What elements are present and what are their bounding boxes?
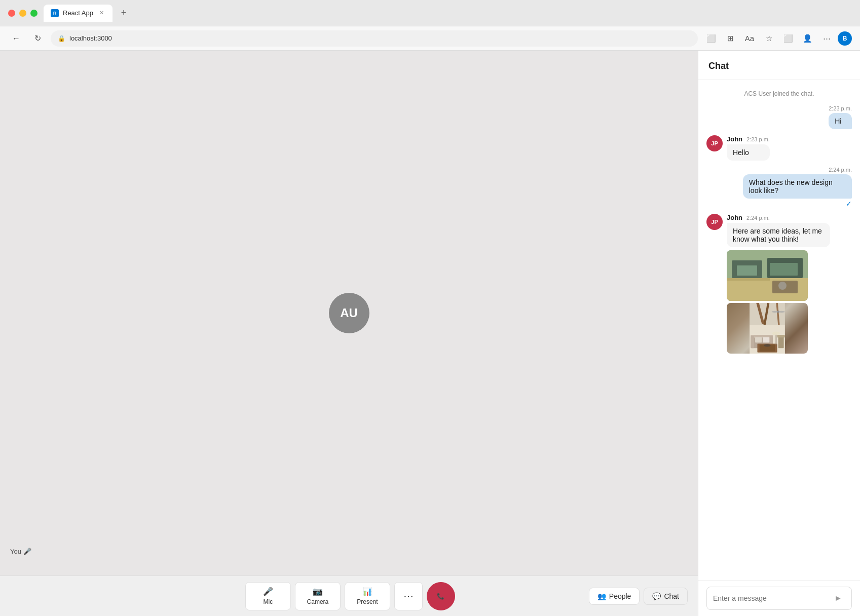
participant-avatar: AU <box>329 293 369 333</box>
user-profile-button[interactable]: B <box>838 31 852 46</box>
chat-header: Chat <box>698 51 860 80</box>
chat-input-wrapper: ► <box>706 587 852 610</box>
svg-rect-22 <box>755 337 762 342</box>
end-call-icon: 📞 <box>437 593 444 600</box>
end-call-button[interactable]: 📞 <box>427 582 455 610</box>
favorites-icon[interactable]: ☆ <box>761 30 777 47</box>
app-content: AU You 🎤 🎤 Mic 📷 Camera <box>0 51 860 616</box>
present-label: Present <box>357 598 378 605</box>
people-label: People <box>609 592 631 600</box>
message-4: JP John 2:24 p.m. Here are some ideas, l… <box>706 214 830 354</box>
present-button[interactable]: 📊 Present <box>345 582 390 610</box>
browser-titlebar: R React App ✕ + <box>0 0 860 26</box>
translate-icon[interactable]: Aa <box>741 30 758 47</box>
camera-button[interactable]: 📷 Camera <box>295 582 341 610</box>
message-4-avatar: JP <box>706 214 723 230</box>
svg-rect-7 <box>770 263 798 276</box>
lock-icon: 🔒 <box>58 35 65 42</box>
message-4-images <box>727 250 830 354</box>
message-3: 2:24 p.m. What does the new design look … <box>743 167 852 208</box>
reload-button[interactable]: ↻ <box>29 30 46 47</box>
chat-panel-button[interactable]: 💬 Chat <box>644 588 688 605</box>
message-2-time: 2:23 p.m. <box>746 136 770 142</box>
active-tab[interactable]: R React App ✕ <box>44 5 113 22</box>
more-options-button[interactable]: ⋯ <box>394 582 423 610</box>
chat-title: Chat <box>708 61 729 71</box>
controls-bar: 🎤 Mic 📷 Camera 📊 Present ⋯ 📞 <box>0 575 698 616</box>
present-icon: 📊 <box>362 587 372 596</box>
close-window-button[interactable] <box>8 10 15 17</box>
message-2: JP John 2:23 p.m. Hello <box>706 135 770 161</box>
svg-rect-29 <box>778 337 784 348</box>
message-3-read: ✓ <box>743 200 852 208</box>
tab-favicon: R <box>51 9 59 17</box>
minimize-window-button[interactable] <box>19 10 26 17</box>
message-1: 2:23 p.m. Hi <box>829 105 852 129</box>
message-2-sender: John <box>727 135 742 143</box>
chat-message-input[interactable] <box>713 594 827 602</box>
svg-point-16 <box>778 311 785 313</box>
tab-title: React App <box>63 9 93 17</box>
kitchen-image[interactable] <box>727 250 808 301</box>
svg-rect-23 <box>763 337 769 342</box>
browser-toolbar: ← ↻ 🔒 localhost:3000 ⬜ ⊞ Aa ☆ ⬜ 👤 ⋯ B <box>0 26 860 51</box>
message-4-content: John 2:24 p.m. Here are some ideas, let … <box>727 214 830 354</box>
more-options-icon[interactable]: ⋯ <box>818 30 835 47</box>
mic-label: Mic <box>264 598 273 605</box>
message-2-content: John 2:23 p.m. Hello <box>727 135 770 161</box>
chat-panel: Chat ACS User joined the chat. 2:23 p.m.… <box>698 51 860 616</box>
svg-point-26 <box>764 344 770 346</box>
message-2-avatar: JP <box>706 135 723 151</box>
toolbar-actions: ⬜ ⊞ Aa ☆ ⬜ 👤 ⋯ B <box>703 30 852 47</box>
profiles-icon[interactable]: 👤 <box>799 30 815 47</box>
camera-icon: 📷 <box>313 587 323 596</box>
chat-icon: 💬 <box>652 592 661 600</box>
svg-point-15 <box>772 311 778 313</box>
chat-messages: ACS User joined the chat. 2:23 p.m. Hi J… <box>698 80 860 580</box>
send-message-button[interactable]: ► <box>831 591 845 605</box>
you-label: You 🎤 <box>10 548 31 555</box>
svg-rect-30 <box>777 335 785 337</box>
muted-icon: 🎤 <box>23 548 31 555</box>
video-area: AU You 🎤 🎤 Mic 📷 Camera <box>0 51 698 616</box>
message-2-bubble: Hello <box>727 144 770 161</box>
tab-bar: R React App ✕ + <box>44 5 852 22</box>
new-tab-button[interactable]: + <box>117 6 131 20</box>
chat-input-area: ► <box>698 580 860 616</box>
message-4-sender-line: John 2:24 p.m. <box>727 214 830 221</box>
panel-buttons: 👥 People 💬 Chat <box>589 588 688 605</box>
maximize-window-button[interactable] <box>30 10 38 17</box>
message-4-bubble: Here are some ideas, let me know what yo… <box>727 223 830 247</box>
people-icon: 👥 <box>597 592 606 600</box>
message-4-sender: John <box>727 214 742 221</box>
message-1-bubble: Hi <box>829 113 852 129</box>
svg-point-8 <box>778 282 787 290</box>
message-3-bubble: What does the new design look like? <box>743 174 852 199</box>
mic-icon: 🎤 <box>263 587 273 596</box>
message-1-time: 2:23 p.m. <box>829 105 852 111</box>
address-text: localhost:3000 <box>69 34 112 42</box>
message-4-time: 2:24 p.m. <box>746 215 770 221</box>
extensions-icon[interactable]: ⊞ <box>722 30 738 47</box>
tab-close-button[interactable]: ✕ <box>97 9 105 17</box>
chat-label: Chat <box>664 592 679 600</box>
svg-rect-5 <box>727 278 770 281</box>
living-image[interactable] <box>727 303 808 354</box>
system-message: ACS User joined the chat. <box>706 88 852 99</box>
traffic-lights <box>8 10 38 17</box>
message-2-sender-line: John 2:23 p.m. <box>727 135 770 143</box>
svg-rect-27 <box>776 334 777 345</box>
people-panel-button[interactable]: 👥 People <box>589 588 640 605</box>
svg-point-28 <box>772 332 780 335</box>
message-3-time: 2:24 p.m. <box>743 167 852 173</box>
svg-rect-6 <box>737 265 757 276</box>
controls-center: 🎤 Mic 📷 Camera 📊 Present ⋯ 📞 <box>245 582 455 610</box>
browser-window: R React App ✕ + ← ↻ 🔒 localhost:3000 ⬜ ⊞… <box>0 0 860 616</box>
back-button[interactable]: ← <box>8 30 24 47</box>
screenshare-icon[interactable]: ⬜ <box>703 30 719 47</box>
camera-label: Camera <box>307 598 329 605</box>
split-view-icon[interactable]: ⬜ <box>780 30 796 47</box>
mic-button[interactable]: 🎤 Mic <box>245 582 291 610</box>
address-bar[interactable]: 🔒 localhost:3000 <box>51 30 698 47</box>
svg-rect-20 <box>751 336 754 348</box>
